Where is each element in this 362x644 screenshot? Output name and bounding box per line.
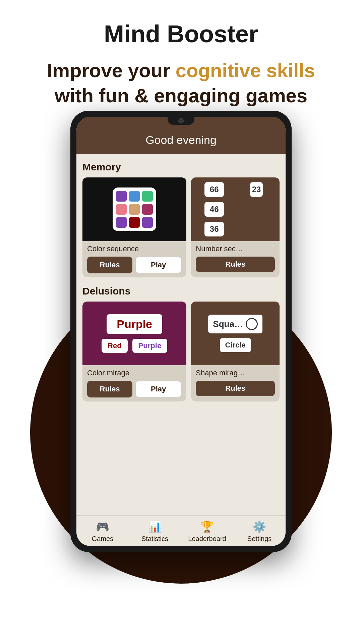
shape-mirage-info: Shape mirag… Rules [191,365,280,400]
shape-mirage-name: Shape mirag… [196,369,275,377]
color-sequence-card: Color sequence Rules Play [82,177,186,277]
nav-label-statistics: Statistics [141,535,168,543]
shape-mirage-card: Squa… Circle Shape mirag… Rules [191,302,280,401]
color-sequence-name: Color sequence [87,245,182,253]
top-section: Mind Booster Improve your cognitive skil… [0,0,362,122]
nav-item-games[interactable]: 🎮 Games [76,520,129,543]
statistics-icon: 📊 [148,520,162,533]
subtitle: Improve your cognitive skills with fun &… [27,58,335,108]
color-sequence-buttons: Rules Play [87,257,182,273]
phone-frame: Good evening Memory [70,111,292,552]
memory-section-label: Memory [82,161,280,173]
number-sequence-name: Number sec… [196,245,275,253]
leaderboard-icon: 🏆 [200,520,214,533]
color-cell-2 [129,191,140,202]
color-cell-1 [116,191,127,202]
nav-label-settings: Settings [247,535,272,543]
color-mirage-options: Red Purple [102,339,167,353]
num-tile-46: 46 [204,202,224,217]
shape-circle-outline [246,318,258,330]
shape-mirage-thumbnail: Squa… Circle [191,302,280,365]
color-grid [113,187,156,231]
number-sequence-buttons: Rules [196,257,275,272]
color-cell-8 [129,217,140,228]
delusions-section-label: Delusions [82,285,280,297]
color-mirage-rules-button[interactable]: Rules [87,381,132,397]
delusions-games-row: Purple Red Purple Color mirage Rules [82,302,280,401]
phone-mockup: Good evening Memory [70,111,292,552]
num-tile-23: 23 [250,182,263,197]
subtitle-accent: cognitive skills [176,59,315,81]
color-cell-4 [116,204,127,215]
color-sequence-rules-button[interactable]: Rules [87,257,132,273]
subtitle-plain: Improve your [47,59,176,81]
color-sequence-thumbnail [82,177,186,241]
nav-item-settings[interactable]: ⚙️ Settings [233,520,286,543]
nav-label-leaderboard: Leaderboard [188,535,226,543]
number-sequence-info: Number sec… Rules [191,241,280,276]
color-mirage-card: Purple Red Purple Color mirage Rules [82,302,186,401]
number-sequence-rules-button[interactable]: Rules [196,257,275,272]
camera-dot [178,118,184,123]
color-mirage-name: Color mirage [87,369,182,377]
color-option-red: Red [102,339,128,353]
phone-content[interactable]: Memory [76,154,286,515]
color-sequence-play-button[interactable]: Play [135,257,182,273]
color-option-purple: Purple [132,339,167,353]
nav-item-leaderboard[interactable]: 🏆 Leaderboard [181,520,233,543]
num-tile-66: 66 [204,182,224,197]
phone-notch [168,117,194,125]
number-sequence-card: 66 23 46 36 Number sec… Rules [191,177,280,277]
color-cell-9 [142,217,153,228]
color-mirage-buttons: Rules Play [87,381,182,397]
games-icon: 🎮 [96,520,109,533]
color-mirage-word: Purple [107,314,162,334]
delusions-section: Delusions Purple Red Purple [82,285,280,401]
color-cell-6 [142,204,153,215]
shape-word-container: Squa… [208,315,262,333]
color-mirage-play-button[interactable]: Play [135,381,182,397]
number-sequence-thumbnail: 66 23 46 36 [191,177,280,241]
memory-games-row: Color sequence Rules Play 66 23 46 [82,177,280,277]
nav-label-games: Games [92,535,113,543]
shape-word: Squa… [213,319,243,329]
num-tile-36: 36 [204,222,224,236]
bottom-nav: 🎮 Games 📊 Statistics 🏆 Leaderboard ⚙️ Se… [76,515,286,546]
shape-mirage-buttons: Rules [196,381,275,396]
color-sequence-info: Color sequence Rules Play [82,241,186,277]
phone-screen: Good evening Memory [76,117,286,546]
shape-option-circle: Circle [220,338,251,352]
subtitle-line2: with fun & engaging games [55,85,307,106]
nav-item-statistics[interactable]: 📊 Statistics [129,520,181,543]
color-cell-3 [142,191,153,202]
color-mirage-info: Color mirage Rules Play [82,365,186,401]
settings-icon: ⚙️ [253,520,266,533]
color-cell-5 [129,204,140,215]
color-mirage-thumbnail: Purple Red Purple [82,302,186,365]
app-title: Mind Booster [27,20,335,48]
shape-mirage-rules-button[interactable]: Rules [196,381,275,396]
color-cell-7 [116,217,127,228]
greeting-text: Good evening [86,133,276,147]
